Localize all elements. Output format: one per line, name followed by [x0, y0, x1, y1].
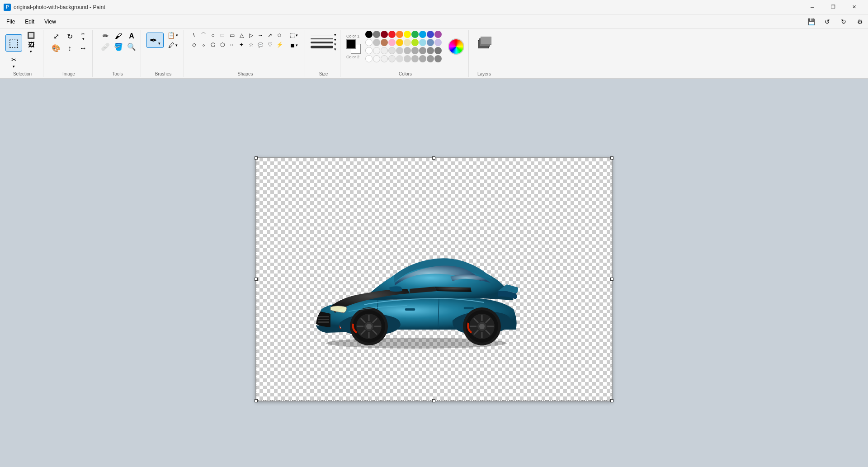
menu-edit[interactable]: Edit [20, 17, 39, 27]
shape-line[interactable]: \ [189, 31, 198, 40]
outline-button[interactable]: ⬚ ▾ [287, 31, 301, 39]
color-purple[interactable] [434, 31, 442, 38]
select-dropdown-button[interactable]: 🖼 ▾ [23, 40, 39, 55]
size-line-2[interactable] [311, 38, 333, 39]
fill-button[interactable]: 🪣 [111, 42, 126, 52]
paste-button[interactable]: 📋 ▾ [165, 31, 180, 40]
size-line-4[interactable] [311, 46, 333, 48]
shape-curve[interactable]: ⌒ [199, 31, 208, 40]
color-blue[interactable] [419, 31, 426, 38]
color-offwhite5[interactable] [381, 55, 388, 62]
shape-bidir[interactable]: ↔ [227, 40, 236, 49]
shape-arrow2[interactable]: ↗ [265, 31, 274, 40]
shape-fill-button[interactable]: ◼ ▾ [287, 41, 301, 49]
color-darkred[interactable] [381, 31, 388, 38]
zoom-button[interactable]: 🔍 [124, 42, 139, 52]
shape-triangle2[interactable]: ▷ [246, 31, 255, 40]
color-gold[interactable] [396, 39, 403, 46]
size-line-1[interactable] [311, 36, 333, 36]
menu-file[interactable]: File [2, 17, 19, 27]
color-gray5[interactable] [427, 47, 434, 54]
shape-rect2[interactable]: ▭ [227, 31, 236, 40]
shape-triangle[interactable]: △ [237, 31, 246, 40]
background-remove-button[interactable]: 🎨 [49, 43, 63, 53]
color-gray10[interactable] [419, 55, 426, 62]
shape-oval[interactable]: ○ [208, 31, 217, 40]
color-red[interactable] [388, 31, 396, 38]
shape-diamond[interactable]: ◇ [189, 40, 198, 49]
size-line-3[interactable] [311, 42, 333, 43]
flip-horizontal-button[interactable]: ↔ [76, 43, 90, 53]
color-orange[interactable] [396, 31, 403, 38]
size-dropdown-4[interactable]: ▾ [334, 47, 336, 52]
color-gray6[interactable] [434, 47, 442, 54]
color-gray3[interactable] [411, 47, 419, 54]
color-yellow[interactable] [404, 31, 411, 38]
color-green[interactable] [411, 31, 419, 38]
color-gray9[interactable] [411, 55, 419, 62]
edit-colors-button[interactable] [448, 38, 464, 55]
color-offwhite4[interactable] [373, 55, 380, 62]
save-button[interactable]: 💾 [805, 15, 817, 28]
shape-scroll[interactable]: ⬡ [275, 31, 284, 40]
active-brush-button[interactable]: ✒ ▾ [146, 33, 164, 48]
shape-rect[interactable]: □ [218, 31, 227, 40]
color-gray12[interactable] [434, 55, 442, 62]
invert-button[interactable]: ✂ ▾ [5, 55, 22, 70]
color-lightgray[interactable] [373, 39, 380, 46]
color-pink[interactable] [388, 39, 396, 46]
shape-star5[interactable]: ☆ [246, 40, 255, 49]
size-dropdown-2[interactable]: ▾ [334, 38, 336, 42]
shape-penta[interactable]: ⬠ [208, 40, 217, 49]
color-lightblue[interactable] [419, 39, 426, 46]
minimize-button[interactable]: ─ [802, 0, 823, 14]
color-darkblue[interactable] [427, 31, 434, 38]
redo-button[interactable]: ↻ [837, 15, 850, 28]
color-white2[interactable] [365, 47, 373, 54]
color-darkgray[interactable] [373, 31, 380, 38]
color-offwhite3[interactable] [388, 47, 396, 54]
color-lavender[interactable] [434, 39, 442, 46]
crop-button[interactable]: ✂ ▾ [76, 31, 90, 42]
shape-star4[interactable]: ✦ [237, 40, 246, 49]
color-offwhite1[interactable] [373, 47, 380, 54]
menu-view[interactable]: View [40, 17, 61, 27]
shape-diamond2[interactable]: ⬦ [199, 40, 208, 49]
rotate-button[interactable]: ↻ [62, 31, 77, 42]
resize-button[interactable]: ⤢ [49, 31, 63, 42]
shape-heart[interactable]: ♡ [265, 40, 274, 49]
shape-bubble[interactable]: 💬 [256, 40, 265, 49]
color-black[interactable] [365, 31, 373, 38]
flip-vertical-button[interactable]: ↕ [62, 43, 77, 53]
color-gray2[interactable] [404, 47, 411, 54]
color-brown[interactable] [381, 39, 388, 46]
color-white3[interactable] [365, 55, 373, 62]
color-offwhite6[interactable] [388, 55, 396, 62]
restore-button[interactable]: ❐ [823, 0, 844, 14]
color-lime[interactable] [411, 39, 419, 46]
undo-button[interactable]: ↺ [821, 15, 834, 28]
freeform-selection-button[interactable]: 🔲 [23, 31, 39, 40]
color-gray1[interactable] [396, 47, 403, 54]
canvas-container[interactable]: RS [255, 157, 613, 401]
color1-swatch[interactable] [346, 39, 356, 49]
brush-extra-button[interactable]: 🖊 ▾ [165, 41, 180, 50]
color-slateblue[interactable] [427, 39, 434, 46]
pencil-button[interactable]: ✏ [98, 31, 113, 41]
rectangular-selection-button[interactable]: ⬚ [5, 34, 22, 52]
eraser-button[interactable]: 🩹 [98, 42, 113, 52]
shape-arrow[interactable]: → [256, 31, 265, 40]
size-dropdown-1[interactable]: ▾ [334, 33, 336, 37]
close-button[interactable]: ✕ [844, 0, 864, 14]
color-white[interactable] [365, 39, 373, 46]
shape-hex[interactable]: ⬡ [218, 40, 227, 49]
settings-button[interactable]: ⚙ [854, 15, 866, 28]
color-gray11[interactable] [427, 55, 434, 62]
color-gray8[interactable] [404, 55, 411, 62]
text-button[interactable]: A [124, 31, 139, 41]
layers-button[interactable] [476, 35, 492, 49]
shape-lightning[interactable]: ⚡ [275, 40, 284, 49]
color-offwhite2[interactable] [381, 47, 388, 54]
color-gray4[interactable] [419, 47, 426, 54]
brush-button[interactable]: 🖌 [111, 31, 126, 41]
